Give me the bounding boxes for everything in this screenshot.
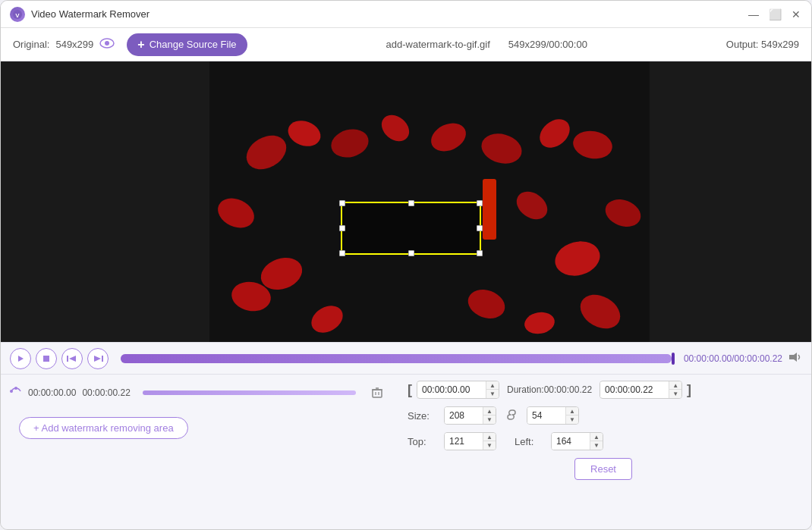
end-time-spinners: ▲ ▼	[669, 381, 681, 398]
left-spinners: ▲ ▼	[590, 433, 603, 450]
start-bracket: [	[408, 382, 412, 398]
end-time-down[interactable]: ▼	[669, 390, 681, 398]
width-field[interactable]	[445, 407, 483, 424]
width-down[interactable]: ▼	[483, 416, 496, 424]
filename: add-watermark-to-gif.gif	[386, 39, 490, 50]
left-field[interactable]	[552, 433, 590, 450]
play-controls	[10, 348, 109, 369]
change-source-button[interactable]: + Change Source File	[127, 33, 247, 56]
svg-point-35	[14, 387, 17, 390]
end-time-input[interactable]: ▲ ▼	[600, 381, 682, 399]
time-range-row: [ ▲ ▼ Duration:00:00:00.22 ▲ ▼ ]	[408, 381, 799, 399]
handle-middle-right[interactable]	[477, 225, 483, 231]
video-preview	[1, 61, 811, 342]
height-down[interactable]: ▼	[566, 416, 578, 424]
svg-rect-6	[650, 61, 811, 342]
timeline-bar: 00:00:00.00/00:00:00.22	[1, 342, 811, 374]
delete-clip-button[interactable]	[368, 384, 386, 402]
toolbar-right: Output: 549x299	[726, 39, 799, 50]
handle-bottom-middle[interactable]	[408, 250, 414, 256]
svg-point-34	[10, 390, 13, 393]
restore-button[interactable]: ⬜	[769, 8, 781, 20]
top-field[interactable]	[445, 433, 483, 450]
progress-thumb	[672, 353, 675, 365]
title-bar-left: V Video Watermark Remover	[10, 7, 149, 22]
width-input[interactable]: ▲ ▼	[444, 406, 496, 425]
clip-icon	[10, 385, 22, 400]
plus-icon: +	[137, 38, 144, 52]
handle-bottom-right[interactable]	[477, 250, 483, 256]
minimize-button[interactable]: —	[747, 8, 760, 20]
left-down[interactable]: ▼	[590, 441, 603, 450]
handle-top-middle[interactable]	[408, 200, 414, 206]
handle-top-left[interactable]	[339, 200, 345, 206]
position-row: Top: ▲ ▼ Left: ▲ ▼	[408, 432, 799, 450]
svg-marker-30	[69, 356, 76, 362]
svg-rect-28	[43, 356, 49, 362]
clip-row: 00:00:00.00 00:00:00.22	[10, 381, 386, 405]
start-time-field[interactable]	[417, 382, 486, 397]
file-info: 549x299/00:00:00	[508, 39, 587, 50]
app-icon: V	[10, 7, 25, 22]
svg-rect-5	[1, 61, 209, 342]
svg-marker-31	[94, 356, 101, 362]
size-row: Size: ▲ ▼ ▲ ▼	[408, 406, 799, 425]
top-input[interactable]: ▲ ▼	[444, 432, 496, 450]
clip-start-time: 00:00:00.00	[28, 387, 76, 398]
top-down[interactable]: ▼	[483, 441, 496, 450]
svg-marker-27	[18, 356, 24, 362]
output-label: Output:	[726, 39, 759, 50]
left-up[interactable]: ▲	[590, 433, 603, 441]
left-input[interactable]: ▲ ▼	[551, 432, 603, 450]
start-time-down[interactable]: ▼	[486, 390, 499, 398]
handle-middle-left[interactable]	[339, 225, 345, 231]
width-up[interactable]: ▲	[483, 407, 496, 416]
eye-icon[interactable]	[99, 38, 115, 52]
left-panel: 00:00:00.00 00:00:00.22 + Add watermark …	[1, 375, 395, 530]
output-size: 549x299	[761, 39, 799, 50]
svg-rect-36	[373, 390, 382, 397]
top-label: Top:	[408, 436, 438, 447]
width-spinners: ▲ ▼	[483, 407, 496, 424]
reset-label: Reset	[590, 463, 616, 475]
time-display: 00:00:00.00/00:00:00.22	[684, 353, 782, 364]
add-watermark-area-button[interactable]: + Add watermark removing area	[19, 417, 188, 439]
height-input[interactable]: ▲ ▼	[527, 406, 579, 425]
height-field[interactable]	[527, 407, 565, 424]
title-bar: V Video Watermark Remover — ⬜ ✕	[1, 1, 811, 28]
link-icon[interactable]	[502, 409, 521, 423]
next-frame-button[interactable]	[87, 348, 109, 369]
original-size: 549x299	[55, 39, 93, 50]
size-label: Size:	[408, 410, 438, 422]
reset-button[interactable]: Reset	[574, 458, 632, 480]
handle-bottom-left[interactable]	[339, 250, 345, 256]
progress-fill	[121, 354, 672, 363]
toolbar-left: Original: 549x299	[13, 38, 115, 52]
app-title: Video Watermark Remover	[31, 8, 149, 20]
close-button[interactable]: ✕	[790, 8, 802, 20]
top-spinners: ▲ ▼	[483, 433, 496, 450]
start-time-input[interactable]: ▲ ▼	[417, 381, 499, 399]
start-time-spinners: ▲ ▼	[486, 381, 499, 398]
handle-top-right[interactable]	[477, 200, 483, 206]
prev-frame-button[interactable]	[61, 348, 83, 369]
window-controls: — ⬜ ✕	[747, 8, 802, 20]
play-button[interactable]	[10, 348, 31, 369]
stop-button[interactable]	[36, 348, 57, 369]
add-area-label: + Add watermark removing area	[33, 422, 174, 434]
height-spinners: ▲ ▼	[565, 407, 578, 424]
end-time-field[interactable]	[600, 382, 669, 397]
watermark-selection-box[interactable]	[341, 202, 481, 255]
toolbar-file-info: add-watermark-to-gif.gif 549x299/00:00:0…	[260, 39, 714, 50]
video-background	[1, 61, 811, 342]
end-time-up[interactable]: ▲	[669, 381, 681, 390]
svg-rect-26	[483, 179, 496, 240]
volume-icon[interactable]	[788, 351, 802, 366]
svg-text:V: V	[15, 12, 20, 19]
change-source-label: Change Source File	[149, 39, 237, 50]
top-up[interactable]: ▲	[483, 433, 496, 441]
height-up[interactable]: ▲	[566, 407, 578, 416]
start-time-up[interactable]: ▲	[486, 381, 499, 390]
progress-track[interactable]	[121, 354, 672, 363]
right-panel: [ ▲ ▼ Duration:00:00:00.22 ▲ ▼ ] Size:	[395, 375, 811, 530]
